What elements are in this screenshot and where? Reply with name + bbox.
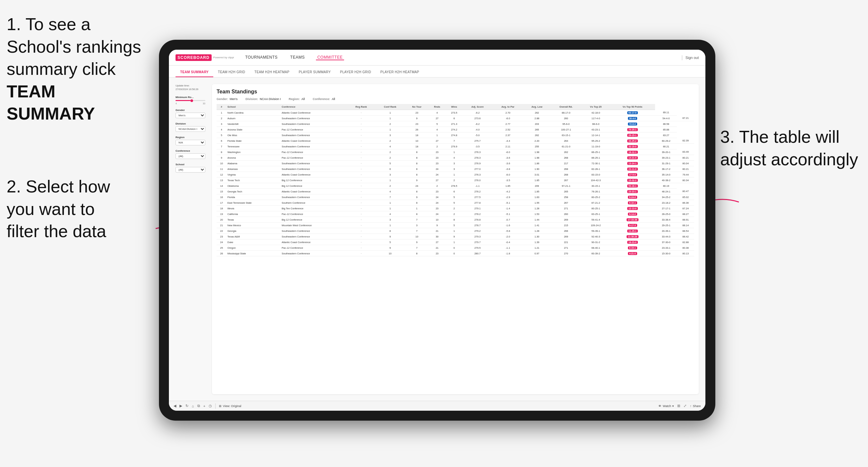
- table-cell[interactable]: 16: [217, 194, 226, 200]
- table-cell[interactable]: Ole Miss: [226, 132, 281, 138]
- table-cell[interactable]: Southeastern Conference: [281, 194, 347, 200]
- table-cell[interactable]: 2: [217, 116, 226, 121]
- table-cell[interactable]: Auburn: [226, 116, 281, 121]
- table-cell[interactable]: Illinois: [226, 206, 281, 211]
- table-cell[interactable]: 14: [217, 183, 226, 189]
- table-cell[interactable]: California: [226, 211, 281, 217]
- bt-clock-icon[interactable]: ◷: [209, 404, 212, 408]
- dash-button[interactable]: -: [361, 235, 362, 238]
- table-cell[interactable]: Atlantic Coast Conference: [281, 240, 347, 245]
- table-cell[interactable]: Tennessee: [226, 144, 281, 149]
- table-cell[interactable]: Southeastern Conference: [281, 121, 347, 127]
- tab-team-summary[interactable]: TEAM SUMMARY: [176, 68, 213, 77]
- table-cell[interactable]: 8: [217, 149, 226, 155]
- table-cell[interactable]: Southeastern Conference: [281, 116, 347, 121]
- table-cell[interactable]: Big 12 Conference: [281, 183, 347, 189]
- table-cell[interactable]: 11: [217, 166, 226, 172]
- table-cell[interactable]: 7: [217, 144, 226, 149]
- gender-select[interactable]: Men's Women's: [176, 113, 205, 118]
- table-cell[interactable]: 22: [217, 228, 226, 234]
- table-cell[interactable]: Southeastern Conference: [281, 251, 347, 256]
- table-cell[interactable]: 25: [217, 245, 226, 251]
- rank-slider-track[interactable]: [176, 100, 205, 101]
- table-cell[interactable]: 1: [217, 110, 226, 116]
- bt-back-icon[interactable]: ◀: [174, 404, 176, 408]
- division-select[interactable]: NCAA Division I NCAA Division II: [176, 126, 205, 132]
- table-cell[interactable]: 18: [217, 206, 226, 211]
- bt-reload-icon[interactable]: ↻: [185, 404, 188, 408]
- dash-button[interactable]: -: [361, 139, 362, 143]
- sign-out-button[interactable]: Sign out: [685, 56, 699, 60]
- dash-button[interactable]: -: [361, 246, 362, 249]
- bt-add-icon[interactable]: +: [203, 404, 205, 408]
- table-cell[interactable]: Florida: [226, 194, 281, 200]
- rank-slider-thumb[interactable]: [190, 99, 193, 102]
- tab-team-h2h-grid[interactable]: TEAM H2H GRID: [213, 68, 250, 77]
- bt-expand-icon[interactable]: ⤢: [684, 404, 686, 408]
- nav-committee[interactable]: COMMITTEE: [316, 55, 344, 60]
- table-cell[interactable]: Big 12 Conference: [281, 178, 347, 183]
- table-cell[interactable]: 19: [217, 211, 226, 217]
- table-cell[interactable]: 3: [217, 121, 226, 127]
- table-cell[interactable]: Pac-12 Conference: [281, 149, 347, 155]
- tab-player-summary[interactable]: PLAYER SUMMARY: [294, 68, 336, 77]
- nav-teams[interactable]: TEAMS: [289, 55, 306, 60]
- dash-button[interactable]: -: [361, 145, 362, 148]
- table-cell[interactable]: Southeastern Conference: [281, 166, 347, 172]
- table-cell[interactable]: Arizona: [226, 155, 281, 161]
- school-select[interactable]: (All): [176, 167, 205, 173]
- table-cell[interactable]: Arkansas: [226, 166, 281, 172]
- dash-button[interactable]: -: [361, 111, 362, 114]
- table-cell[interactable]: New Mexico: [226, 223, 281, 228]
- table-cell[interactable]: Washington: [226, 149, 281, 155]
- table-cell[interactable]: 24: [217, 240, 226, 245]
- dash-button[interactable]: -: [361, 133, 362, 137]
- table-cell[interactable]: Big 12 Conference: [281, 217, 347, 223]
- dash-button[interactable]: -: [361, 162, 362, 165]
- region-select[interactable]: N/A All: [176, 140, 205, 146]
- table-cell[interactable]: Georgia: [226, 228, 281, 234]
- table-cell[interactable]: 17: [217, 200, 226, 206]
- table-cell[interactable]: Southeastern Conference: [281, 161, 347, 166]
- table-cell[interactable]: Alabama: [226, 161, 281, 166]
- table-cell[interactable]: Texas A&M: [226, 234, 281, 240]
- dash-button[interactable]: -: [361, 212, 362, 216]
- bt-share[interactable]: ↑ Share: [690, 404, 701, 408]
- bt-watch[interactable]: 👁 Watch ▾: [658, 404, 674, 408]
- dash-button[interactable]: -: [361, 207, 362, 210]
- bt-copy-icon[interactable]: ⧉: [197, 404, 200, 408]
- table-cell[interactable]: Mississippi State: [226, 251, 281, 256]
- conference-select[interactable]: (All): [176, 153, 205, 159]
- table-cell[interactable]: Southeastern Conference: [281, 234, 347, 240]
- table-cell[interactable]: Pac-12 Conference: [281, 211, 347, 217]
- tab-player-h2h-grid[interactable]: PLAYER H2H GRID: [336, 68, 376, 77]
- dash-button[interactable]: -: [361, 150, 362, 154]
- table-cell[interactable]: 4: [217, 127, 226, 132]
- table-cell[interactable]: Florida State: [226, 138, 281, 144]
- table-cell[interactable]: Arizona State: [226, 127, 281, 132]
- bt-grid-icon[interactable]: ⊞: [677, 404, 680, 408]
- table-cell[interactable]: Vanderbilt: [226, 121, 281, 127]
- dash-button[interactable]: -: [361, 117, 362, 120]
- table-cell[interactable]: Southeastern Conference: [281, 144, 347, 149]
- table-cell[interactable]: Georgia Tech: [226, 189, 281, 194]
- table-cell[interactable]: Southeastern Conference: [281, 132, 347, 138]
- table-cell[interactable]: Atlantic Coast Conference: [281, 172, 347, 178]
- dash-button[interactable]: -: [361, 156, 362, 159]
- dash-button[interactable]: -: [361, 122, 362, 126]
- table-cell[interactable]: Texas Tech: [226, 178, 281, 183]
- table-cell[interactable]: 26: [217, 251, 226, 256]
- table-cell[interactable]: 15: [217, 189, 226, 194]
- table-cell[interactable]: Atlantic Coast Conference: [281, 138, 347, 144]
- dash-button[interactable]: -: [361, 201, 362, 204]
- table-cell[interactable]: Texas: [226, 217, 281, 223]
- table-cell[interactable]: 12: [217, 172, 226, 178]
- tab-player-h2h-heatmap[interactable]: PLAYER H2H HEATMAP: [376, 68, 424, 77]
- bt-forward-icon[interactable]: ▶: [180, 404, 182, 408]
- table-cell[interactable]: 20: [217, 217, 226, 223]
- table-cell[interactable]: Oregon: [226, 245, 281, 251]
- table-cell[interactable]: 21: [217, 223, 226, 228]
- bt-view-original[interactable]: ⊞ View: Original: [219, 404, 241, 408]
- bt-home-icon[interactable]: ⌂: [192, 404, 194, 408]
- dash-button[interactable]: -: [361, 241, 362, 244]
